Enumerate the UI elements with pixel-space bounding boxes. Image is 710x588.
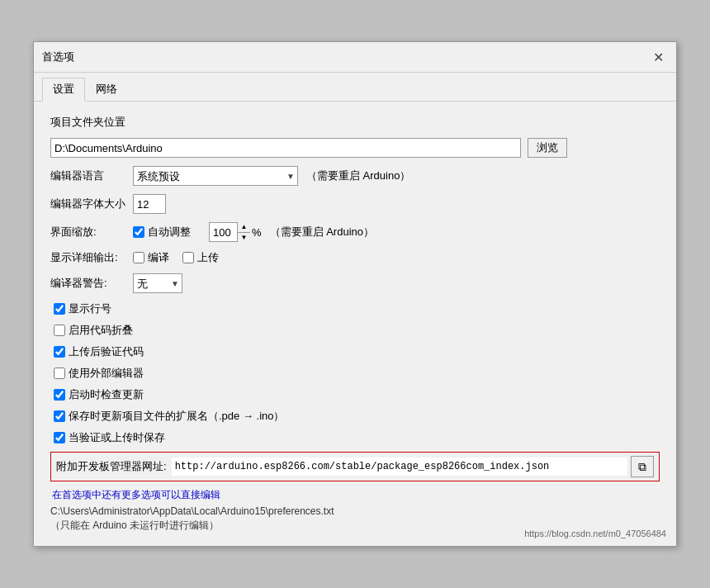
verbose-upload-label[interactable]: 上传 bbox=[197, 250, 219, 265]
check6-row: 保存时更新项目文件的扩展名（.pde → .ino） bbox=[50, 409, 660, 424]
watermark-container: https://blog.csdn.net/m0_47056484 bbox=[524, 527, 666, 539]
editor-lang-label: 编辑器语言 bbox=[50, 168, 133, 183]
scale-auto-checkbox[interactable] bbox=[133, 226, 144, 238]
tabs-container: 设置 网络 bbox=[34, 73, 676, 102]
tab-settings[interactable]: 设置 bbox=[42, 78, 85, 102]
verbose-compile-checkbox[interactable] bbox=[133, 252, 144, 263]
check3-checkbox[interactable] bbox=[54, 346, 65, 358]
check5-item: 启动时检查更新 bbox=[54, 387, 144, 402]
folder-input-row: 浏览 bbox=[50, 138, 660, 158]
folder-row: 项目文件夹位置 bbox=[50, 115, 660, 130]
compiler-warn-label: 编译器警告: bbox=[50, 276, 133, 291]
check6-item: 保存时更新项目文件的扩展名（.pde → .ino） bbox=[54, 409, 285, 424]
check7-row: 当验证或上传时保存 bbox=[50, 430, 660, 445]
font-size-row: 编辑器字体大小 bbox=[50, 194, 660, 214]
check7-checkbox[interactable] bbox=[54, 432, 65, 443]
addon-url-label: 附加开发板管理器网址: bbox=[56, 459, 167, 474]
check5-label[interactable]: 启动时检查更新 bbox=[69, 387, 144, 402]
check5-checkbox[interactable] bbox=[54, 389, 65, 401]
verbose-upload-item: 上传 bbox=[182, 250, 219, 265]
check4-row: 使用外部编辑器 bbox=[50, 366, 660, 381]
check1-row: 显示行号 bbox=[50, 301, 660, 316]
check2-row: 启用代码折叠 bbox=[50, 323, 660, 338]
check4-label[interactable]: 使用外部编辑器 bbox=[69, 366, 144, 381]
info-text: 在首选项中还有更多选项可以直接编辑 bbox=[52, 488, 660, 502]
check4-checkbox[interactable] bbox=[54, 368, 65, 379]
check6-checkbox[interactable] bbox=[54, 410, 65, 422]
editor-lang-hint: （需要重启 Arduino） bbox=[306, 168, 410, 183]
scale-arrows: ▲ ▼ bbox=[237, 222, 250, 242]
editor-lang-select[interactable]: 系统预设 bbox=[133, 166, 298, 186]
file-path-text: C:\Users\Administrator\AppData\Local\Ard… bbox=[50, 505, 660, 517]
tab-network[interactable]: 网络 bbox=[85, 78, 128, 101]
close-button[interactable]: ✕ bbox=[648, 47, 668, 67]
addon-copy-button[interactable]: ⧉ bbox=[631, 456, 654, 477]
font-size-input[interactable] bbox=[133, 194, 166, 214]
scale-hint: （需要重启 Arduino） bbox=[270, 225, 374, 239]
scale-label: 界面缩放: bbox=[50, 225, 133, 239]
check2-label[interactable]: 启用代码折叠 bbox=[69, 323, 133, 338]
scale-up-button[interactable]: ▲ bbox=[238, 222, 250, 233]
addon-url-input[interactable] bbox=[172, 458, 627, 476]
info-section: 在首选项中还有更多选项可以直接编辑 C:\Users\Administrator… bbox=[50, 488, 660, 533]
check3-item: 上传后验证代码 bbox=[54, 344, 144, 359]
folder-path-input[interactable] bbox=[50, 138, 521, 158]
watermark-text: https://blog.csdn.net/m0_47056484 bbox=[524, 529, 666, 538]
verbose-upload-checkbox[interactable] bbox=[182, 252, 194, 263]
compiler-warn-select[interactable]: 无 默认 更多 全部 bbox=[133, 273, 182, 293]
scale-row: 界面缩放: 自动调整 ▲ ▼ % （需要重启 Arduino） bbox=[50, 222, 660, 242]
preferences-dialog: 首选项 ✕ 设置 网络 项目文件夹位置 浏览 编辑器语言 系统预设 ▼ （需要重… bbox=[33, 41, 677, 547]
title-bar: 首选项 ✕ bbox=[34, 42, 676, 73]
editor-lang-row: 编辑器语言 系统预设 ▼ （需要重启 Arduino） bbox=[50, 166, 660, 186]
scale-auto-label[interactable]: 自动调整 bbox=[148, 225, 191, 239]
check1-checkbox[interactable] bbox=[54, 303, 65, 315]
folder-label: 项目文件夹位置 bbox=[50, 115, 133, 130]
check1-label[interactable]: 显示行号 bbox=[69, 301, 111, 316]
verbose-row: 显示详细输出: 编译 上传 bbox=[50, 250, 660, 265]
compiler-warn-select-wrapper: 无 默认 更多 全部 ▼ bbox=[133, 273, 182, 293]
editor-lang-select-wrapper: 系统预设 ▼ bbox=[133, 166, 298, 186]
scale-percent: % bbox=[252, 226, 262, 239]
check3-row: 上传后验证代码 bbox=[50, 344, 660, 359]
addon-url-section: 附加开发板管理器网址: ⧉ bbox=[50, 452, 660, 481]
check2-item: 启用代码折叠 bbox=[54, 323, 133, 338]
scale-down-button[interactable]: ▼ bbox=[238, 233, 250, 243]
check5-row: 启动时检查更新 bbox=[50, 387, 660, 402]
compiler-warn-row: 编译器警告: 无 默认 更多 全部 ▼ bbox=[50, 273, 660, 293]
check3-label[interactable]: 上传后验证代码 bbox=[69, 344, 144, 359]
verbose-compile-label[interactable]: 编译 bbox=[148, 250, 169, 265]
check7-item: 当验证或上传时保存 bbox=[54, 430, 165, 445]
check1-item: 显示行号 bbox=[54, 301, 111, 316]
scale-spinbox: ▲ ▼ bbox=[209, 222, 250, 242]
form-content: 项目文件夹位置 浏览 编辑器语言 系统预设 ▼ （需要重启 Arduino） 编… bbox=[34, 102, 676, 546]
dialog-title: 首选项 bbox=[42, 50, 74, 64]
check7-label[interactable]: 当验证或上传时保存 bbox=[69, 430, 165, 445]
check6-label[interactable]: 保存时更新项目文件的扩展名（.pde → .ino） bbox=[69, 409, 285, 424]
verbose-compile-item: 编译 bbox=[133, 250, 169, 265]
browse-button[interactable]: 浏览 bbox=[528, 138, 567, 158]
font-size-label: 编辑器字体大小 bbox=[50, 197, 133, 211]
scale-auto-item: 自动调整 bbox=[133, 225, 191, 239]
check4-item: 使用外部编辑器 bbox=[54, 366, 144, 381]
verbose-label: 显示详细输出: bbox=[50, 250, 133, 265]
check2-checkbox[interactable] bbox=[54, 325, 65, 336]
